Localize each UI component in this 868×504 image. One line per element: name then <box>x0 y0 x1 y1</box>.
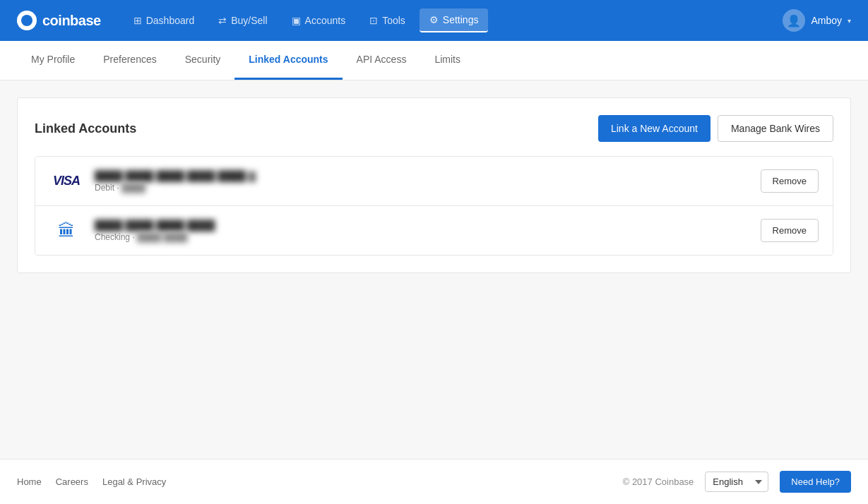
nav-label-tools: Tools <box>382 15 405 26</box>
logo[interactable]: coinbase <box>17 11 101 30</box>
nav-item-dashboard[interactable]: ⊞Dashboard <box>124 9 205 32</box>
nav-item-accounts[interactable]: ▣Accounts <box>282 9 356 32</box>
buysell-icon: ⇄ <box>218 15 227 26</box>
tab-linked-accounts[interactable]: Linked Accounts <box>234 41 342 80</box>
manage-bank-wires-button[interactable]: Manage Bank Wires <box>718 115 833 142</box>
main-content: Linked Accounts Link a New Account Manag… <box>0 80 868 290</box>
table-row: 🏛 ████ ████ ████ ████ Checking · ████ ██… <box>35 206 833 255</box>
nav-label-accounts: Accounts <box>305 15 346 26</box>
page-header: Linked Accounts Link a New Account Manag… <box>35 115 833 142</box>
nav-item-tools[interactable]: ⊡Tools <box>359 9 415 32</box>
page-title: Linked Accounts <box>35 121 136 136</box>
header: coinbase ⊞Dashboard⇄Buy/Sell▣Accounts⊡To… <box>0 0 868 41</box>
logo-icon <box>17 11 37 30</box>
tab-my-profile[interactable]: My Profile <box>17 41 89 80</box>
nav-label-dashboard: Dashboard <box>146 15 195 26</box>
dashboard-icon: ⊞ <box>133 15 142 26</box>
tab-preferences[interactable]: Preferences <box>89 41 170 80</box>
link-new-account-button[interactable]: Link a New Account <box>598 115 711 142</box>
account-name: ████ ████ ████ ████ ████ ▓ <box>95 170 761 181</box>
bank-icon: 🏛 <box>58 221 75 241</box>
table-row: VISA ████ ████ ████ ████ ████ ▓ Debit · … <box>35 157 833 206</box>
tab-limits[interactable]: Limits <box>420 41 475 80</box>
settings-tabs: My ProfilePreferencesSecurityLinked Acco… <box>0 41 868 80</box>
remove-button[interactable]: Remove <box>761 169 819 193</box>
remove-button[interactable]: Remove <box>761 219 819 242</box>
linked-accounts-card: Linked Accounts Link a New Account Manag… <box>17 97 851 273</box>
account-type: Checking · ████ ████ <box>95 232 761 242</box>
chevron-down-icon: ▾ <box>848 17 851 25</box>
accounts-icon: ▣ <box>292 15 301 26</box>
nav-label-settings: Settings <box>443 14 479 25</box>
settings-icon: ⚙ <box>429 14 439 25</box>
account-name: ████ ████ ████ ████ <box>95 220 761 231</box>
user-name: Amboy <box>811 15 842 26</box>
tools-icon: ⊡ <box>369 15 378 26</box>
nav-label-buysell: Buy/Sell <box>231 15 267 26</box>
account-type-detail: ████ ████ <box>137 232 187 242</box>
nav-item-buysell[interactable]: ⇄Buy/Sell <box>208 9 277 32</box>
tab-security[interactable]: Security <box>171 41 235 80</box>
account-list: VISA ████ ████ ████ ████ ████ ▓ Debit · … <box>35 156 833 256</box>
account-info: ████ ████ ████ ████ Checking · ████ ████ <box>95 220 761 242</box>
account-icon: VISA <box>49 174 83 188</box>
nav-item-settings[interactable]: ⚙Settings <box>420 8 489 32</box>
main-nav: ⊞Dashboard⇄Buy/Sell▣Accounts⊡Tools⚙Setti… <box>124 8 783 32</box>
visa-icon: VISA <box>53 174 80 188</box>
user-menu[interactable]: 👤 Amboy ▾ <box>783 9 851 32</box>
logo-text: coinbase <box>42 13 101 29</box>
account-type: Debit · ████ <box>95 183 761 193</box>
tab-api-access[interactable]: API Access <box>343 41 421 80</box>
account-info: ████ ████ ████ ████ ████ ▓ Debit · ████ <box>95 170 761 193</box>
action-buttons: Link a New Account Manage Bank Wires <box>598 115 833 142</box>
avatar: 👤 <box>783 9 805 32</box>
account-icon: 🏛 <box>49 221 83 241</box>
account-type-detail: ████ <box>121 183 145 193</box>
